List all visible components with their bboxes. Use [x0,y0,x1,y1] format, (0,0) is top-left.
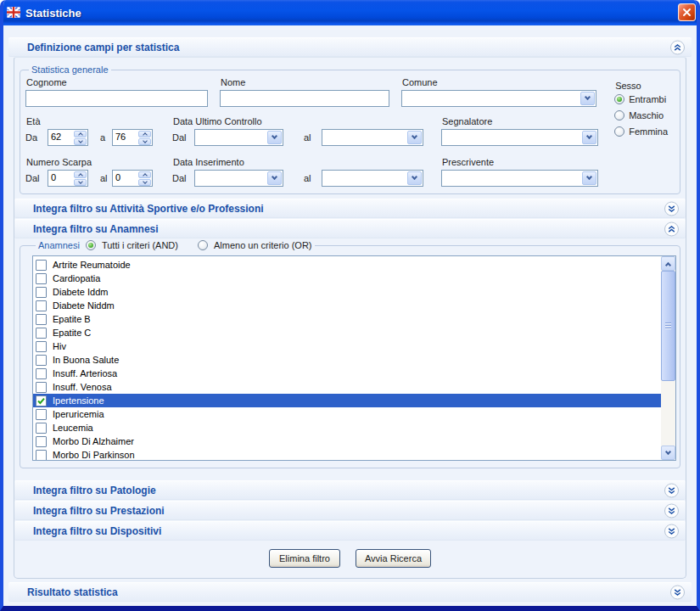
cognome-input[interactable] [25,90,208,107]
section-header-definizione[interactable]: Definizione campi per statistica [8,37,692,57]
chevron-down-icon [78,138,83,143]
list-item[interactable]: In Buona Salute [33,353,661,367]
scroll-up-button[interactable] [661,256,675,271]
section-header-attivita[interactable]: Integra filtro su Attività Sportive e/o … [14,199,686,218]
di-al-datepicker[interactable] [322,170,423,187]
section-header-prestazioni[interactable]: Integra filtro su Prestazioni [14,501,686,520]
duc-al-datepicker[interactable] [322,129,423,146]
definizione-panel: Statistica generale Cognome Nome Comune [14,57,686,579]
anamnesi-scrollbar[interactable] [661,256,675,460]
list-item[interactable]: Diabete Iddm [33,285,661,299]
di-dal-datepicker[interactable] [194,170,283,187]
list-item[interactable]: Artrite Reumatoide [33,258,661,272]
list-item[interactable]: Morbo Di Alzhaimer [33,434,661,448]
chevron-down-icon [272,133,277,139]
list-item[interactable]: Diabete Niddm [33,299,661,312]
list-item[interactable]: Iperuricemia [33,407,661,421]
data-inserimento-label: Data Inserimento [173,156,427,168]
radio-maschio-label: Maschio [629,110,664,121]
statistica-generale-legend: Statistica generale [29,64,111,75]
list-item[interactable]: Insuff. Venosa [33,380,661,394]
eta-a-up-button[interactable] [138,131,151,137]
checkbox[interactable] [36,436,47,447]
scroll-down-button[interactable] [661,446,675,460]
checkbox[interactable] [36,314,47,325]
scarpa-dal-up-button[interactable] [74,171,87,178]
avvia-ricerca-button[interactable]: Avvia Ricerca [356,549,431,568]
expand-risultato-button[interactable] [670,585,685,599]
chevron-down-icon [143,138,148,143]
di-dal-label: Dal [172,170,194,187]
scarpa-dal-spinner[interactable]: 0 [48,170,88,187]
list-item-label: Artrite Reumatoide [53,260,131,270]
expand-patologie-button[interactable] [664,483,679,497]
nome-input[interactable] [220,90,389,107]
checkbox-checked[interactable] [36,395,47,406]
list-item[interactable]: Hiv [33,339,661,353]
chevron-down-icon [272,174,277,180]
expand-dispositivi-button[interactable] [664,524,679,538]
duc-dal-dropdown-button[interactable] [267,131,282,144]
list-item[interactable]: Epatite B [33,312,661,326]
scarpa-al-spinner[interactable]: 0 [112,170,153,187]
eta-da-spinner[interactable]: 62 [48,129,88,146]
section-header-patologie[interactable]: Integra filtro su Patologie [14,480,686,500]
section-header-dispositivi[interactable]: Integra filtro su Dispositivi [14,521,686,541]
checkbox[interactable] [36,273,47,284]
scarpa-al-up-button[interactable] [138,171,151,178]
chevron-down-icon [412,133,417,139]
prescrivente-dropdown-button[interactable] [582,171,596,185]
di-al-dropdown-button[interactable] [407,171,422,185]
collapse-definizione-button[interactable] [670,40,685,54]
radio-entrambi[interactable] [614,94,624,104]
list-item[interactable]: Ipertensione [33,394,661,407]
expand-attivita-button[interactable] [664,201,679,216]
checkbox[interactable] [36,287,47,298]
radio-criterio-or[interactable] [198,240,208,250]
elimina-filtro-button[interactable]: Elimina filtro [269,549,340,568]
eta-a-down-button[interactable] [138,138,151,145]
duc-al-dropdown-button[interactable] [407,131,422,144]
radio-femmina[interactable] [614,126,624,137]
expand-prestazioni-button[interactable] [664,503,679,518]
list-item-label: Epatite C [53,328,91,338]
checkbox[interactable] [36,341,47,352]
eta-a-spinner[interactable]: 76 [112,129,153,146]
list-item[interactable]: Morbo Di Parkinson [33,448,661,460]
scarpa-dal-down-button[interactable] [74,179,87,186]
checkbox[interactable] [36,328,47,339]
duc-dal-datepicker[interactable] [194,129,283,146]
section-header-anamnesi[interactable]: Integra filtro su Anamnesi [14,219,686,238]
checkbox[interactable] [36,423,47,434]
section-header-risultato[interactable]: Risultato statistica [8,582,692,602]
comune-select[interactable] [401,90,596,107]
titlebar[interactable]: Statistiche [0,0,700,25]
scroll-thumb[interactable] [661,271,675,381]
segnalatore-dropdown-button[interactable] [582,131,596,144]
checkbox[interactable] [36,450,47,461]
prescrivente-select[interactable] [441,170,598,187]
di-dal-dropdown-button[interactable] [267,171,282,185]
checkbox[interactable] [36,300,47,311]
scarpa-al-down-button[interactable] [138,179,151,186]
list-item[interactable]: Leucemia [33,421,661,434]
checkbox[interactable] [36,382,47,393]
segnalatore-select[interactable] [441,129,598,146]
list-item[interactable]: Cardiopatia [33,272,661,285]
radio-maschio[interactable] [614,110,624,121]
comune-dropdown-button[interactable] [580,92,595,105]
checkbox[interactable] [36,260,47,271]
checkbox[interactable] [36,368,47,379]
scroll-track[interactable] [661,271,675,446]
close-button[interactable] [678,3,696,21]
eta-da-down-button[interactable] [74,138,87,145]
collapse-anamnesi-button[interactable] [664,221,679,236]
list-item[interactable]: Insuff. Arteriosa [33,367,661,380]
radio-criteri-and[interactable] [86,240,96,250]
list-item[interactable]: Epatite C [33,326,661,339]
statistica-generale-group: Statistica generale Cognome Nome Comune [20,64,680,194]
radio-criterio-or-label: Almeno un criterio (OR) [214,240,312,250]
checkbox[interactable] [36,355,47,366]
checkbox[interactable] [36,409,47,420]
eta-da-up-button[interactable] [74,131,87,137]
